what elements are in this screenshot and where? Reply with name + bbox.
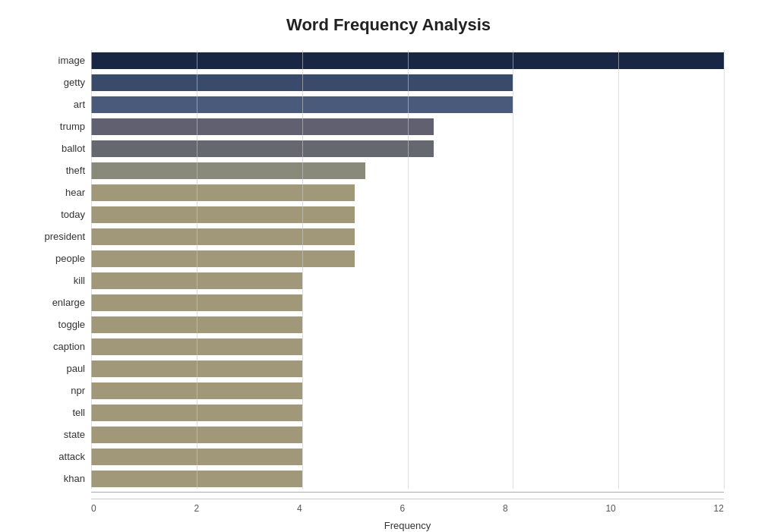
bar-label: npr [24,385,85,396]
bar-row: theft [91,160,724,181]
bar [91,316,302,333]
bar [91,338,302,355]
bar [91,206,355,223]
bar [91,272,302,289]
bar [91,360,302,377]
x-tick-label: 12 [714,503,724,514]
bar-row: enlarge [91,292,724,313]
bar [91,405,302,421]
bar-label: toggle [24,319,85,330]
bar-label: paul [24,363,85,374]
bar-row: kill [91,270,724,291]
bar [91,96,513,113]
x-tick-label: 2 [194,503,199,514]
bar-row: khan [91,468,724,489]
bar-row: npr [91,380,724,401]
bar-row: caption [91,336,724,357]
bar-label: enlarge [24,297,85,308]
bar-row: ballot [91,138,724,159]
bar-label: state [24,429,85,440]
bar-row: people [91,248,724,269]
bar [91,184,355,201]
bar-label: president [24,231,85,242]
bar-label: khan [24,473,85,484]
bar [91,118,434,135]
x-axis: 024681012 [91,499,724,514]
x-tick-label: 8 [503,503,508,514]
bar [91,228,355,245]
bar-label: caption [24,341,85,352]
bar-row: hear [91,182,724,203]
x-tick-label: 4 [297,503,302,514]
bar [91,162,365,179]
bar [91,449,302,465]
bar [91,427,302,443]
bar-row: art [91,94,724,115]
bar-label: people [24,253,85,264]
bar-label: tell [24,407,85,418]
bar-label: hear [24,187,85,198]
bar [91,52,724,69]
bar-row: trump [91,116,724,137]
bar [91,140,434,157]
bar [91,471,302,487]
bar [91,294,302,311]
bar-row: president [91,226,724,247]
bars-section: imagegettyarttrumpballottheftheartodaypr… [91,50,724,489]
bar-row: getty [91,72,724,93]
bar-row: tell [91,402,724,423]
chart-container: Word Frequency Analysis imagegettyarttru… [0,0,777,532]
bar-label: today [24,209,85,220]
bar-label: image [24,55,85,66]
bar [91,74,513,91]
bar-label: getty [24,77,85,88]
bar-label: art [24,99,85,110]
bar-row: state [91,424,724,445]
chart-title: Word Frequency Analysis [23,15,754,35]
x-axis-label: Frequency [91,520,724,531]
bar-label: ballot [24,143,85,154]
bar-label: kill [24,275,85,286]
bar-row: paul [91,358,724,379]
bar-row: image [91,50,724,71]
grid-line [724,50,725,489]
bar-row: attack [91,446,724,467]
bar-label: attack [24,451,85,462]
bar-row: toggle [91,314,724,335]
bar [91,250,355,267]
x-tick-label: 0 [91,503,96,514]
bar-label: trump [24,121,85,132]
x-tick-label: 10 [605,503,615,514]
bar [91,382,302,399]
bar-row: today [91,204,724,225]
x-tick-label: 6 [400,503,405,514]
bar-label: theft [24,165,85,176]
